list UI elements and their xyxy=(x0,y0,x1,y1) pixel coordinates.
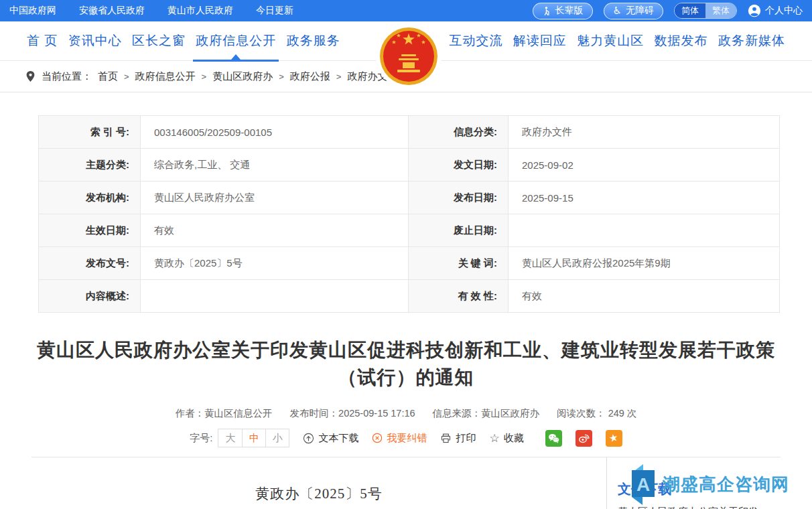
field-label-repeal-date: 废止日期: xyxy=(408,214,509,246)
article-content-column: 黄政办〔2025〕5号 xyxy=(31,457,606,509)
nav-item-mayor-window[interactable]: 区长之窗 xyxy=(132,32,186,50)
print-button[interactable]: 打印 xyxy=(440,432,476,445)
field-label-validity: 有 效 性: xyxy=(408,280,509,312)
field-value-publisher: 黄山区人民政府办公室 xyxy=(141,181,408,214)
font-size-small-button[interactable]: 小 xyxy=(265,429,289,447)
field-label-keywords: 关 键 词: xyxy=(408,247,509,279)
article-body: 黄政办〔2025〕5号 文件下载 黄山区人民政府办公室关于印发 xyxy=(31,457,781,509)
table-row: 发布文号: 黄政办〔2025〕5号 关 键 词: 黄山区人民政府公报2025年第… xyxy=(39,247,779,280)
share-weibo-button[interactable] xyxy=(576,430,592,447)
topbar-link-huangshan-gov[interactable]: 黄山市人民政府 xyxy=(167,5,233,17)
font-size-large-button[interactable]: 大 xyxy=(218,429,242,447)
field-label-doc-number: 发布文号: xyxy=(39,247,141,279)
article-meta: 作者：黄山区信息公开 发布时间：2025-09-15 17:16 信息来源：黄山… xyxy=(0,407,812,420)
user-icon xyxy=(748,4,761,17)
field-value-issue-date: 2025-09-02 xyxy=(509,149,779,181)
table-row: 发布机构: 黄山区人民政府办公室 发布日期: 2025-09-15 xyxy=(39,181,779,214)
field-label-publish-date: 发布日期: xyxy=(408,181,509,214)
personal-center-label: 个人中心 xyxy=(765,5,803,17)
weibo-icon xyxy=(578,432,590,445)
article-toolbar: 字号: 大 中 小 文本下载 我要纠错 打印 ☆ 收藏 xyxy=(0,429,812,447)
download-icon xyxy=(303,433,314,444)
file-download-link[interactable]: 黄山区人民政府办公室关于印发 xyxy=(618,506,781,509)
field-value-publish-date: 2025-09-15 xyxy=(509,181,779,214)
breadcrumb-item-home[interactable]: 首页 xyxy=(98,70,118,83)
field-label-publisher: 发布机构: xyxy=(39,181,141,214)
share-wechat-button[interactable] xyxy=(545,430,562,447)
main-nav: 首 页 资讯中心 区长之窗 政府信息公开 政务服务 互动交流 解读回应 魅力黄山… xyxy=(0,21,812,61)
elder-version-label: 长辈版 xyxy=(555,5,584,17)
error-correction-button[interactable]: 我要纠错 xyxy=(372,432,427,445)
topbar-link-today-update[interactable]: 今日更新 xyxy=(256,5,293,17)
page-title: 黄山区人民政府办公室关于印发黄山区促进科技创新和工业、建筑业转型发展若干政策（试… xyxy=(33,337,779,391)
field-label-info-category: 信息分类: xyxy=(408,116,509,148)
font-size-switcher: 大 中 小 xyxy=(218,429,289,447)
elder-version-button[interactable]: 长辈版 xyxy=(533,3,593,19)
wheelchair-icon: ♿ xyxy=(613,5,622,17)
field-value-info-category: 政府办文件 xyxy=(509,116,779,148)
national-emblem-logo xyxy=(375,23,442,90)
file-download-title: 文件下载 xyxy=(618,480,781,498)
topbar-link-anhui-gov[interactable]: 安徽省人民政府 xyxy=(79,5,145,17)
correction-circle-x-icon xyxy=(372,433,383,443)
breadcrumb-label: 当前位置： xyxy=(42,70,92,83)
location-pin-icon xyxy=(25,70,36,82)
font-size-medium-button[interactable]: 中 xyxy=(242,429,265,447)
table-row: 索 引 号: 003146005/202509-00105 信息分类: 政府办文… xyxy=(39,116,779,149)
nav-item-gov-services[interactable]: 政务服务 xyxy=(287,32,340,50)
language-toggle: 简体 繁体 xyxy=(674,3,737,19)
accessibility-button[interactable]: ♿ 无障碍 xyxy=(604,3,663,19)
font-size-label: 字号: xyxy=(190,432,212,445)
simplified-chinese-button[interactable]: 简体 xyxy=(675,3,705,18)
nav-item-news-center[interactable]: 资讯中心 xyxy=(68,32,122,50)
meta-source: 信息来源：黄山区政府办 xyxy=(433,407,540,420)
field-label-summary: 内容概述: xyxy=(39,280,141,312)
wechat-icon xyxy=(547,432,560,445)
field-label-issue-date: 发文日期: xyxy=(408,149,509,181)
nav-item-interpretation[interactable]: 解读回应 xyxy=(513,32,567,50)
top-utility-bar: 中国政府网 安徽省人民政府 黄山市人民政府 今日更新 长辈版 ♿ 无障碍 简体 … xyxy=(0,0,812,21)
field-label-topic-category: 主题分类: xyxy=(39,149,141,181)
elder-person-icon xyxy=(542,6,551,16)
text-download-button[interactable]: 文本下载 xyxy=(303,432,358,445)
favorite-button[interactable]: ☆ 收藏 xyxy=(489,431,523,445)
nav-item-data-release[interactable]: 数据发布 xyxy=(655,32,708,50)
table-row: 生效日期: 有效 废止日期: xyxy=(39,214,779,247)
breadcrumb-separator: > xyxy=(202,72,207,82)
topbar-link-china-gov[interactable]: 中国政府网 xyxy=(9,5,56,17)
file-download-panel: 文件下载 黄山区人民政府办公室关于印发 xyxy=(606,457,781,509)
field-label-effective-date: 生效日期: xyxy=(39,214,141,246)
breadcrumb-separator: > xyxy=(124,72,129,82)
meta-view-count: 阅读次数： 249 次 xyxy=(557,407,636,420)
printer-icon xyxy=(440,433,452,444)
breadcrumb-separator: > xyxy=(279,72,284,82)
nav-item-interaction[interactable]: 互动交流 xyxy=(449,32,502,50)
table-row: 主题分类: 综合政务,工业、 交通 发文日期: 2025-09-02 xyxy=(39,149,779,181)
star-icon: ★ xyxy=(608,431,620,445)
field-value-keywords: 黄山区人民政府公报2025年第9期 xyxy=(509,247,779,279)
breadcrumb-item-gazette[interactable]: 政府公报 xyxy=(290,70,330,83)
nav-item-new-media[interactable]: 政务新媒体 xyxy=(718,32,785,50)
field-label-index-number: 索 引 号: xyxy=(39,116,141,148)
breadcrumb-item-district-office[interactable]: 黄山区政府办 xyxy=(212,70,273,83)
nav-item-charming-huangshan[interactable]: 魅力黄山区 xyxy=(577,32,644,50)
topbar-links: 中国政府网 安徽省人民政府 黄山市人民政府 今日更新 xyxy=(9,5,293,17)
share-favorite-button[interactable]: ★ xyxy=(606,430,622,447)
nav-item-home[interactable]: 首 页 xyxy=(27,32,58,50)
field-value-validity: 有效 xyxy=(509,280,779,312)
field-value-effective-date: 有效 xyxy=(141,214,408,246)
personal-center-link[interactable]: 个人中心 xyxy=(748,4,803,17)
topbar-right: 长辈版 ♿ 无障碍 简体 繁体 个人中心 xyxy=(533,3,803,19)
traditional-chinese-button[interactable]: 繁体 xyxy=(705,3,736,18)
field-value-topic-category: 综合政务,工业、 交通 xyxy=(141,149,408,181)
meta-publish-time: 发布时间：2025-09-15 17:16 xyxy=(290,407,415,420)
document-info-table: 索 引 号: 003146005/202509-00105 信息分类: 政府办文… xyxy=(38,115,780,313)
breadcrumb-item-gov-info[interactable]: 政府信息公开 xyxy=(135,70,196,83)
document-number-line: 黄政办〔2025〕5号 xyxy=(31,484,606,503)
breadcrumb-separator: > xyxy=(336,72,342,82)
table-row: 内容概述: 有 效 性: 有效 xyxy=(39,280,779,313)
field-value-doc-number: 黄政办〔2025〕5号 xyxy=(141,247,408,279)
nav-item-gov-info-disclosure[interactable]: 政府信息公开 xyxy=(196,32,276,50)
field-value-repeal-date xyxy=(509,214,779,246)
accessibility-label: 无障碍 xyxy=(626,5,654,17)
